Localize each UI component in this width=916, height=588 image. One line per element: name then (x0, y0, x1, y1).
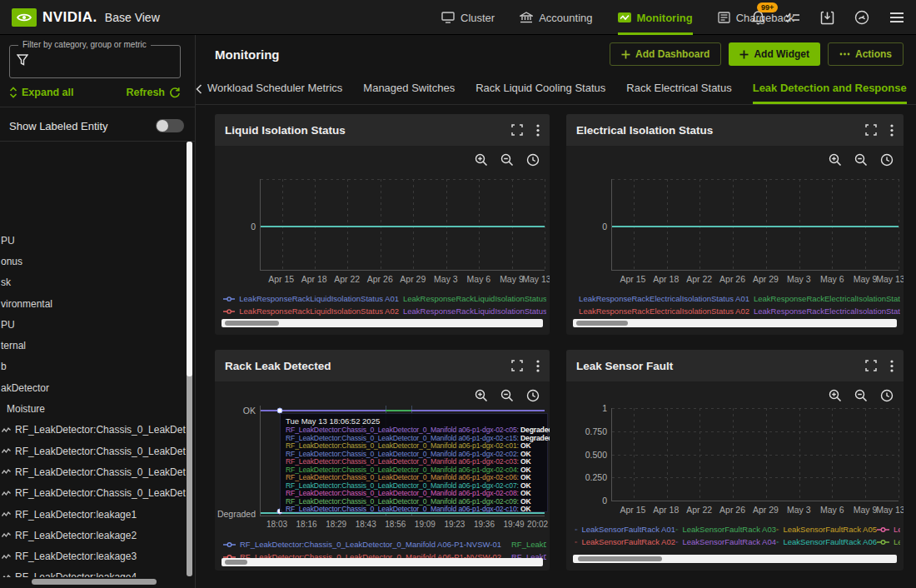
legend-item[interactable]: LeakResponseRackElectricalIsolationStatu… (575, 294, 749, 303)
filter-input[interactable]: Filter by category, group or metric (9, 45, 181, 78)
tree-metric[interactable]: RF_LeakDetector:leakage3 (0, 546, 186, 566)
legend-item[interactable]: LeakSensorFaultRack A06 (776, 537, 877, 546)
tree-category[interactable]: onus (0, 251, 186, 272)
zoom-in-icon[interactable] (475, 389, 488, 402)
kebab-menu-icon[interactable] (890, 124, 894, 137)
zoom-in-icon[interactable] (475, 153, 488, 167)
tree-metric[interactable]: RF_LeakDetector:leakage2 (0, 525, 186, 546)
zoom-in-icon[interactable] (829, 389, 842, 402)
expand-panel-icon[interactable] (865, 360, 877, 371)
chart-horizontal-scrollbar[interactable] (222, 558, 543, 566)
scrollbar-thumb[interactable] (225, 560, 247, 565)
zoom-out-icon[interactable] (500, 389, 514, 402)
scrollbar-thumb[interactable] (187, 142, 192, 376)
legend-item[interactable]: Le (877, 537, 900, 546)
zoom-out-icon[interactable] (854, 389, 868, 402)
tree-category[interactable]: Moisture (0, 398, 186, 419)
panel-header: Leak Sensor Fault (566, 350, 904, 381)
y-axis-label: Degraded (217, 509, 256, 519)
sidebar-horizontal-scrollbar[interactable] (32, 579, 157, 585)
expand-all-button[interactable]: Expand all (9, 87, 74, 98)
actions-button[interactable]: Actions (828, 42, 904, 66)
legend-item[interactable]: LeakResponseRackElectricalIsolationStati (749, 306, 900, 316)
chart-horizontal-scrollbar[interactable] (222, 319, 543, 327)
time-range-icon[interactable] (880, 153, 894, 167)
legend-item[interactable]: LeakSensorFaultRack A02 (575, 537, 675, 546)
tab-leak-detection-and-response[interactable]: Leak Detection and Response (753, 73, 907, 104)
chart-plot-area[interactable]: 0 (611, 179, 899, 271)
legend-item[interactable]: LeakSensorFaultRack A01 (575, 525, 675, 534)
refresh-button[interactable]: Refresh (126, 87, 181, 98)
tree-category[interactable]: ternal (0, 335, 186, 356)
scrollbar-thumb[interactable] (576, 321, 628, 326)
expand-collapse-icon (9, 87, 17, 98)
legend-item[interactable]: LeakResponseRackLiquidIsolationStatus A0… (399, 294, 546, 303)
tree-metric[interactable]: RF_LeakDetector:leakage1 (0, 504, 186, 525)
chart-plot-area[interactable]: OK Degraded Tue May 13 18:06:52 2025 RF_… (260, 406, 545, 516)
tree-category[interactable]: PU (0, 314, 186, 335)
legend-item[interactable]: LeakResponseRackElectricalIsolationStati (749, 294, 900, 303)
expand-panel-icon[interactable] (865, 124, 877, 136)
scrollbar-thumb[interactable] (225, 321, 280, 326)
scrollbar-thumb[interactable] (578, 556, 662, 561)
legend-item[interactable]: Le (877, 525, 900, 534)
hamburger-menu-icon[interactable] (889, 12, 904, 23)
legend-item[interactable]: LeakSensorFaultRack A03 (675, 525, 776, 534)
legend-item[interactable]: LeakResponseRackLiquidIsolationStatus A0… (223, 306, 399, 316)
tree-category[interactable]: akDetector (0, 377, 186, 398)
sidebar-vertical-scrollbar[interactable] (187, 142, 192, 576)
panel-title: Electrical Isolation Status (576, 124, 713, 137)
tasks-checklist-icon[interactable] (785, 12, 800, 23)
zoom-in-icon[interactable] (829, 153, 842, 167)
tree-metric[interactable]: RF_LeakDetector:Chassis_0_LeakDetector_0… (0, 420, 186, 441)
legend-marker-icon (877, 539, 889, 546)
kebab-menu-icon[interactable] (890, 360, 894, 372)
nav-item-monitoring[interactable]: Monitoring (618, 0, 693, 35)
time-range-icon[interactable] (526, 389, 540, 402)
notifications-bell-icon[interactable]: 99+ (751, 10, 765, 25)
tree-category[interactable]: vironmental (0, 293, 186, 314)
tabs-scroll-left-icon[interactable] (196, 73, 202, 104)
brand: NVIDIA. Base View (0, 8, 160, 27)
add-widget-button[interactable]: Add Widget (729, 42, 820, 66)
tree-metric[interactable]: RF_LeakDetector:Chassis_0_LeakDetector_1… (0, 461, 186, 482)
time-range-icon[interactable] (526, 153, 540, 167)
show-labeled-entity-toggle[interactable] (156, 119, 184, 132)
tree-category[interactable]: sk (0, 272, 186, 293)
nav-item-accounting[interactable]: Accounting (520, 0, 592, 35)
chart-horizontal-scrollbar[interactable] (573, 319, 897, 327)
nav-item-cluster[interactable]: Cluster (441, 0, 495, 35)
kebab-menu-icon[interactable] (536, 360, 540, 372)
tab-rack-liquid-cooling-status[interactable]: Rack Liquid Cooling Status (475, 73, 605, 104)
panel-leak-sensor-fault: Leak Sensor Fault 1 0.750 0.500 (566, 350, 904, 571)
legend-item[interactable]: LeakResponseRackElectricalIsolationStatu… (575, 306, 749, 316)
tree-metric[interactable]: RF_LeakDetector:Chassis_0_LeakDetector_1… (0, 483, 186, 504)
legend-item[interactable]: RF_LeakDetecto (507, 540, 546, 549)
tree-metric[interactable]: RF_LeakDetector:leakage4 (0, 567, 186, 577)
add-dashboard-button[interactable]: Add Dashboard (610, 42, 721, 66)
time-range-icon[interactable] (880, 389, 894, 402)
tree-category[interactable]: b (0, 356, 186, 377)
series-flat-line (261, 226, 545, 227)
tab-rack-electrical-status[interactable]: Rack Electrical Status (626, 73, 731, 104)
expand-panel-icon[interactable] (511, 360, 523, 371)
kebab-menu-icon[interactable] (536, 124, 540, 137)
expand-panel-icon[interactable] (511, 124, 523, 136)
tree-category[interactable]: PU (0, 230, 186, 251)
zoom-out-icon[interactable] (500, 153, 514, 167)
chart-horizontal-scrollbar[interactable] (573, 555, 897, 563)
tree-metric[interactable]: RF_LeakDetector:Chassis_0_LeakDetector_0… (0, 441, 186, 461)
legend-item[interactable]: LeakSensorFaultRack A05 (776, 525, 877, 534)
legend-item[interactable]: LeakSensorFaultRack A04 (675, 537, 776, 546)
tab-workload-scheduler-metrics[interactable]: Workload Scheduler Metrics (207, 73, 342, 104)
download-icon[interactable] (820, 11, 834, 25)
zoom-out-icon[interactable] (854, 153, 868, 167)
legend-item[interactable]: LeakResponseRackLiquidIsolationStatus A0… (399, 306, 546, 316)
chart-plot-area[interactable]: 1 0.750 0.500 0.250 0 (611, 408, 899, 501)
tab-managed-switches[interactable]: Managed Switches (363, 73, 455, 104)
gauge-icon[interactable] (854, 10, 869, 25)
chart-plot-area[interactable]: 0 (260, 179, 545, 271)
plus-icon (621, 50, 630, 59)
legend-item[interactable]: LeakResponseRackLiquidIsolationStatus A0… (223, 294, 399, 303)
legend-item[interactable]: RF_LeakDetector:Chassis_0_LeakDetector_0… (223, 540, 507, 549)
